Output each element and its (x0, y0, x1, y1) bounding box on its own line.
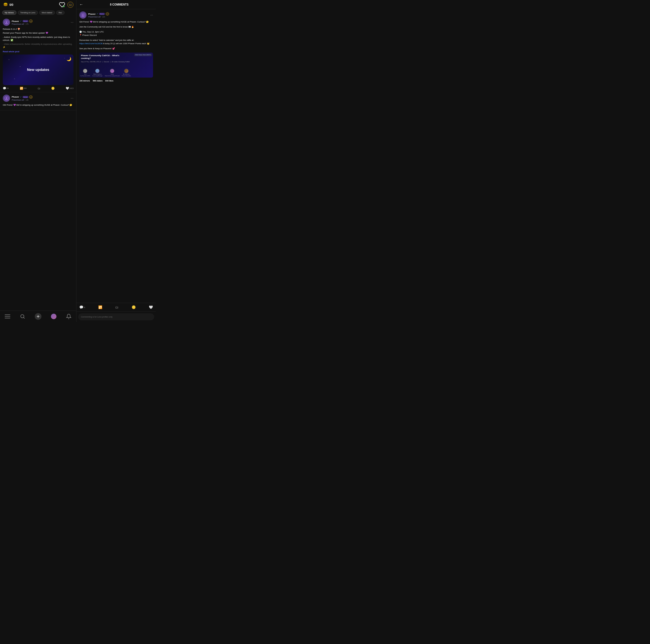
speaker-avatar-saska (110, 69, 114, 73)
right-paragraph-2: Join the Community call #16 and be the f… (79, 25, 153, 29)
left-panel: 0/0 L1 My follows Trending on Lens Most … (0, 0, 76, 322)
right-mirror-icon: 🔁 (98, 305, 102, 309)
right-post-body: GM Frens! 💜 We're whipping up something … (79, 20, 153, 50)
post-author-2: Phaver ✓ frens L3 Phavertown.wtf · 13h (3, 94, 33, 102)
speaker-mikael: Mikael | poolboy Community Manager (93, 69, 103, 76)
mirror-stats: 194 mirrors (79, 80, 90, 82)
spacer (0, 110, 76, 311)
speaker-role-saska: Head of Community & Growth (105, 75, 120, 76)
right-author-name: Phaver (88, 13, 96, 15)
collect-action-1[interactable]: 🗂 (38, 87, 40, 90)
cc-details: Sep 14 Thu, 3:00 PM, UTC+0 | Discord | 2… (81, 61, 151, 63)
stats-row: 194 mirrors 556 stakes 844 likes (79, 80, 153, 82)
cc-web3-badge: Web3 Status Token (WEST) (134, 54, 152, 56)
tab-most-staked[interactable]: Most staked (39, 10, 55, 15)
profile-avatar (51, 314, 57, 319)
star-decoration: ★ (8, 59, 9, 60)
like-action-1[interactable]: 🤍 1419 (66, 87, 73, 90)
post-card-2: Phaver ✓ frens L3 Phavertown.wtf · 13h ·… (0, 92, 76, 110)
author-info-2: Phaver ✓ frens L3 Phavertown.wtf · 13h (12, 96, 33, 101)
level-badge-2: L3 (29, 96, 33, 99)
nav-create[interactable] (35, 313, 41, 320)
comment-count-1: 24 (7, 87, 9, 89)
tab-my-follows[interactable]: My follows (2, 10, 16, 15)
speaker-role-tomi: Co-Founder & CFO (80, 75, 90, 76)
comment-input-bar[interactable]: Commenting is for Lens profiles only (78, 313, 154, 320)
post-text-1: Release 6.11.2 🍄 Restart your Phaver app… (3, 28, 73, 49)
svg-point-5 (4, 4, 7, 6)
like-icon-1: 🤍 (66, 87, 69, 90)
speaker-avatar-tomi (83, 69, 87, 73)
heart-button[interactable] (59, 2, 65, 8)
avatar-2 (3, 94, 10, 102)
verified-icon-2: ✓ (20, 96, 22, 98)
raffle-link[interactable]: https://link3.to/e/VoU6OB (79, 42, 103, 45)
nav-notifications[interactable] (66, 314, 72, 319)
post-header-2: Phaver ✓ frens L3 Phavertown.wtf · 13h ·… (3, 94, 73, 102)
mirror-count-1: 404 (24, 87, 27, 89)
like-stats: 844 likes (105, 80, 113, 82)
post-text-2: GM Frens! 💜 We're whipping up something … (3, 104, 73, 107)
coin-count: 0/0 (9, 3, 13, 6)
right-mirror-action[interactable]: 🔁 (98, 305, 102, 309)
cc-giveaway: 20 codes Giveaway Raffle! (112, 61, 130, 63)
more-button-2[interactable]: ··· (71, 96, 73, 100)
collect-icon-1: 🗂 (38, 87, 40, 90)
right-author-info: Phaver ✓ frens L3 Phavertown.wtf · 13h (88, 12, 109, 18)
right-like-action[interactable]: 🤍 (149, 305, 153, 309)
right-paragraph-3: 🕐 Thu, Sep 14, 3pm UTC 📍 Phaver Discord (79, 30, 153, 37)
post-actions-1: 💬 24 🔁 404 🗂 🪙 🤍 1419 (3, 87, 73, 90)
author-info-1: Phaver ✓ frens L3 Phavertown.wtf · 17h (12, 20, 33, 25)
mirror-icon-1: 🔁 (20, 87, 23, 90)
level-badge-1: L3 (29, 20, 33, 23)
right-top-bar: ← 8 COMMENTS (76, 0, 156, 9)
right-like-icon: 🤍 (149, 305, 153, 309)
right-comment-count: 8 (84, 306, 85, 308)
level-badge: L1 (67, 2, 73, 8)
back-button[interactable]: ← (79, 2, 83, 7)
star-decoration: ★ (14, 78, 15, 79)
speaker-name-mikael: Mikael | poolboy (94, 73, 102, 75)
star-decoration: ★ (20, 66, 21, 67)
nav-profile[interactable] (51, 314, 57, 319)
author-handle-1: Phavertown.wtf · 17h (12, 23, 33, 25)
author-name-2: Phaver (12, 96, 19, 98)
tab-trending[interactable]: Trending on Lens (18, 10, 38, 15)
post-card-1: Phaver ✓ frens L3 Phavertown.wtf · 17h ·… (0, 16, 76, 92)
avatar-1 (3, 18, 10, 26)
right-avatar (79, 11, 86, 18)
right-comment-action[interactable]: 💬 8 (79, 305, 85, 309)
bottom-nav (0, 311, 76, 322)
speaker-name-ali: Ali | dollowen (123, 73, 130, 75)
comments-action-1[interactable]: 💬 24 (3, 87, 9, 90)
comments-title: 8 COMMENTS (85, 3, 153, 6)
stake-icon-1: 🪙 (51, 87, 55, 90)
right-paragraph-1: GM Frens! 💜 We're whipping up something … (79, 20, 153, 24)
svg-point-18 (82, 14, 83, 15)
right-author-name-row: Phaver ✓ frens L3 (88, 12, 109, 15)
mirrors-action-1[interactable]: 🔁 404 (20, 87, 27, 90)
speaker-role-ali: Product Specialist (122, 75, 131, 76)
stake-action-1[interactable]: 🪙 (51, 87, 55, 90)
right-stake-action[interactable]: 🪙 (132, 305, 136, 309)
right-content: Phaver ✓ frens L3 Phavertown.wtf · 13h ·… (76, 9, 156, 303)
read-whole-post-link[interactable]: Read whole post (3, 50, 73, 53)
speaker-avatar-ali (124, 69, 129, 73)
svg-point-7 (6, 21, 7, 23)
right-collect-action[interactable]: 🗂 (115, 305, 118, 309)
more-button-1[interactable]: ··· (71, 20, 73, 24)
author-handle-2: Phavertown.wtf · 13h (12, 99, 33, 101)
right-panel: ← 8 COMMENTS Phaver ✓ frens (76, 0, 156, 322)
right-post-author: Phaver ✓ frens L3 Phavertown.wtf · 13h (79, 11, 109, 18)
stake-stats: 556 stakes (93, 80, 102, 82)
nav-search[interactable] (20, 314, 25, 319)
post-image-label: New updates (27, 68, 49, 72)
right-more-button[interactable]: ··· (150, 13, 153, 17)
svg-rect-12 (5, 318, 10, 318)
svg-rect-10 (5, 314, 10, 315)
nav-menu[interactable] (5, 314, 10, 319)
verified-icon-1: ✓ (20, 20, 22, 22)
tab-rec[interactable]: Rec (56, 10, 65, 15)
moon-icon: 🌙 (67, 57, 71, 61)
comment-input-placeholder: Commenting is for Lens profiles only (81, 316, 112, 318)
